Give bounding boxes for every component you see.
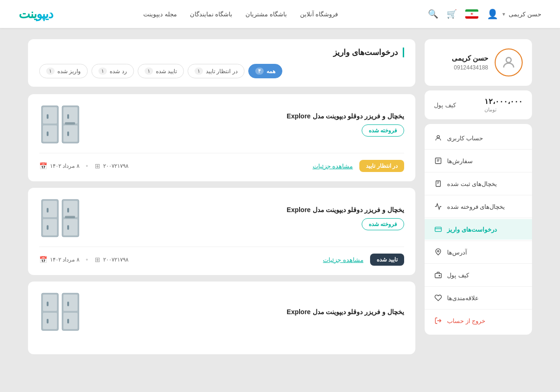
divider: [425, 241, 532, 241]
filter-rejected-count: ۱: [98, 68, 107, 75]
sidebar-item-withdrawal[interactable]: درخواست‌های واریز: [425, 219, 532, 240]
nav-magazine[interactable]: مجله دیپوینت: [143, 11, 177, 18]
svg-rect-34: [63, 295, 77, 311]
date-value-2: ۸ مرداد ۱۴۰۲: [50, 256, 79, 263]
wallet-value: ۱۲،۰۰۰،۰۰۰: [484, 97, 523, 106]
svg-rect-15: [47, 114, 49, 119]
filter-tab-all[interactable]: همه ۴: [248, 64, 282, 78]
meta-date-1: ۸ مرداد ۱۴۰۲ 📅: [39, 162, 79, 170]
wallet-icon: [434, 271, 442, 279]
sidebar-item-favorites[interactable]: علاقه‌مندی‌ها: [425, 288, 532, 308]
meta-date-2: ۸ مرداد ۱۴۰۲ 📅: [39, 256, 79, 263]
nav-online-store[interactable]: فروشگاه آنلاین: [300, 11, 338, 18]
wallet-currency: تومان: [484, 107, 523, 113]
filter-waiting-label: در انتظار تایید: [206, 68, 238, 75]
sidebar-item-sold-fridges[interactable]: یخچال‌های فروخته شده: [425, 196, 532, 217]
product-card-2: یخچال و فریزر دوقلو دیپوینت مدل Explore …: [28, 188, 415, 275]
svg-rect-37: [47, 302, 49, 306]
sidebar-item-logout[interactable]: خروج از حساب: [425, 310, 532, 331]
svg-rect-23: [63, 201, 77, 217]
sidebar-item-account[interactable]: حساب کاربری: [425, 128, 532, 148]
svg-rect-22: [43, 201, 57, 217]
svg-rect-28: [47, 225, 49, 230]
product-info-1: یخچال و فریزر دوقلو دیپوینت مدل Explore …: [81, 112, 404, 137]
registered-icon: [434, 179, 442, 188]
date-value-1: ۸ مرداد ۱۴۰۲: [50, 163, 79, 169]
filter-tab-confirmed[interactable]: تایید شده ۱: [138, 64, 184, 78]
filter-tab-waiting[interactable]: در انتظار تایید ۱: [188, 64, 245, 78]
main-content: درخواست‌های واریز همه ۴ در انتظار تایید …: [28, 39, 415, 361]
filter-deposited-count: ۱: [46, 68, 55, 75]
filter-all-count: ۴: [255, 68, 264, 75]
logo[interactable]: دیپوینت: [19, 7, 53, 21]
svg-rect-14: [63, 125, 77, 142]
separator-1: •: [86, 162, 88, 170]
svg-rect-40: [67, 319, 69, 323]
product-info-3: یخچال و فریزر دوقلو دیپوینت مدل Explore: [81, 308, 404, 316]
withdrawal-icon: [434, 225, 442, 234]
product-meta-2: تایید شده مشاهده جزئیات ۲۰۰۷۲۱۷۹۸ ⊞ • ۸ …: [39, 247, 404, 266]
filter-all-label: همه: [266, 68, 275, 75]
view-details-1[interactable]: مشاهده جزئیات: [313, 163, 353, 170]
product-meta-left-2: ۲۰۰۷۲۱۷۹۸ ⊞ • ۸ مرداد ۱۴۰۲ 📅: [39, 256, 128, 263]
nav-customer-club[interactable]: باشگاه مشتریان: [245, 11, 287, 18]
sidebar-label-orders: سفارش‌ها: [447, 158, 473, 165]
cart-icon[interactable]: 🛒: [447, 9, 457, 19]
separator-2: •: [86, 256, 88, 263]
user-icon: 👤: [487, 8, 498, 20]
wallet-label: کیف پول: [434, 102, 456, 109]
sidebar-item-registered-fridges[interactable]: یخچال‌های ثبت شده: [425, 173, 532, 194]
sidebar-profile: حسن کریمی 09124434188: [425, 39, 532, 86]
profile-info: حسن کریمی 09124434188: [452, 54, 488, 71]
product-image-2: [39, 197, 81, 239]
svg-rect-36: [63, 313, 77, 329]
calendar-icon-1: 📅: [39, 162, 47, 170]
svg-rect-6: [435, 274, 441, 278]
filter-tabs: همه ۴ در انتظار تایید ۱ تایید شده ۱ رد ش…: [39, 64, 404, 78]
filter-tab-rejected[interactable]: رد شده ۱: [91, 64, 133, 78]
favorites-icon: [434, 294, 442, 302]
svg-rect-30: [65, 216, 75, 218]
sidebar-item-addresses[interactable]: آدرس‌ها: [425, 242, 532, 262]
svg-rect-38: [67, 302, 69, 306]
svg-rect-4: [435, 227, 441, 231]
profile-name: حسن کریمی: [452, 54, 488, 62]
sidebar-item-wallet[interactable]: کیف پول: [425, 265, 532, 285]
avatar: [495, 48, 523, 76]
sidebar-menu: حساب کاربری سفارش‌ها یخچال‌های ثبت شده: [425, 124, 532, 335]
wallet-panel: ۱۲،۰۰۰،۰۰۰ تومان کیف پول: [425, 90, 532, 119]
code-value-2: ۲۰۰۷۲۱۷۹۸: [103, 256, 128, 263]
code-value-1: ۲۰۰۷۲۱۷۹۸: [103, 163, 128, 169]
svg-point-7: [439, 275, 440, 276]
sidebar-item-orders[interactable]: سفارش‌ها: [425, 151, 532, 171]
nav-agents-club[interactable]: باشگاه نمایندگان: [190, 11, 233, 18]
product-meta-right-2: تایید شده مشاهده جزئیات: [323, 254, 404, 266]
svg-rect-12: [63, 107, 77, 124]
search-icon[interactable]: 🔍: [428, 9, 438, 19]
code-icon-1: ⊞: [95, 162, 100, 170]
svg-rect-16: [67, 114, 69, 119]
svg-point-0: [506, 57, 511, 62]
user-menu[interactable]: حسن کریمی ▼ 👤: [487, 8, 541, 20]
product-info-2: یخچال و فریزر دوقلو دیپوینت مدل Explore …: [81, 206, 404, 230]
filter-confirmed-label: تایید شده: [156, 68, 177, 75]
language-selector[interactable]: ☀: [465, 9, 478, 19]
svg-rect-35: [43, 313, 57, 329]
view-details-2[interactable]: مشاهده جزئیات: [323, 256, 364, 263]
content-header: درخواست‌های واریز همه ۴ در انتظار تایید …: [28, 39, 415, 87]
sidebar: حسن کریمی 09124434188 ۱۲،۰۰۰،۰۰۰ تومان ک…: [425, 39, 532, 361]
divider: [425, 309, 532, 309]
status-badge-2: تایید شده: [370, 254, 404, 266]
filter-rejected-label: رد شده: [110, 68, 126, 75]
logout-icon: [434, 316, 442, 325]
product-title-2: یخچال و فریزر دوقلو دیپوینت مدل Explore: [287, 206, 404, 213]
filter-tab-deposited[interactable]: واریز شده ۱: [39, 64, 88, 78]
svg-point-5: [437, 250, 439, 252]
product-card-main-3: یخچال و فریزر دوقلو دیپوینت مدل Explore: [39, 291, 404, 333]
divider: [425, 172, 532, 172]
page-title: درخواست‌های واریز: [39, 48, 404, 57]
product-card-1: یخچال و فریزر دوقلو دیپوینت مدل Explore …: [28, 94, 415, 181]
product-details-1: یخچال و فریزر دوقلو دیپوینت مدل Explore …: [287, 112, 404, 137]
svg-rect-33: [43, 295, 57, 311]
svg-rect-18: [67, 131, 69, 136]
